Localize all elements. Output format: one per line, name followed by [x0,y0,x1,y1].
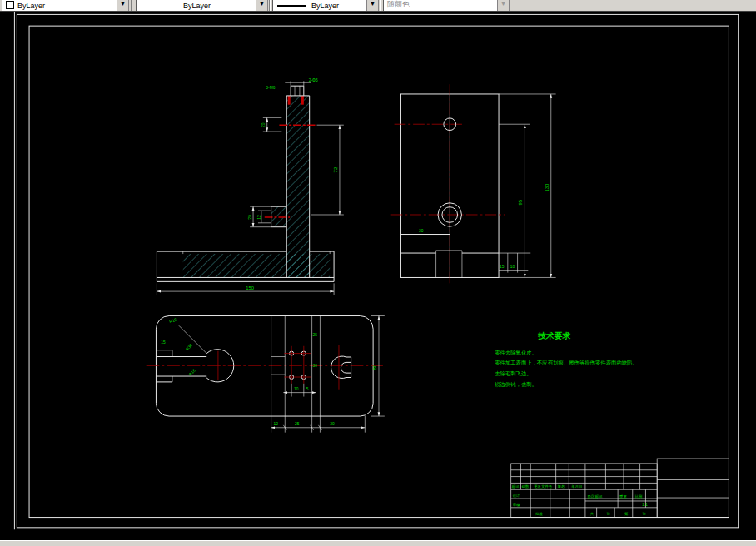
side-view: 30 15 10 95 130 [391,84,556,283]
model-space-canvas[interactable]: 3-M6 2-Φ5 20 72 20 12 150 [0,11,756,541]
title-block-label: 更改文件号 [534,484,553,489]
properties-toolbar: ByLayer ▼ ByLayer ▼ ByLayer ▼ 随颜色 ▼ [0,0,756,12]
dim-side-inner-height: 95 [518,199,523,205]
dim-plan-radius: R15 [169,317,177,324]
title-block-sheet-label: 张 [606,512,610,516]
dim-side-foot-a: 15 [500,265,505,269]
toolbar-separator [380,0,381,11]
dim-plan-holes-d: 5 [306,387,309,391]
dim-front-col-height: 72 [333,167,338,173]
dim-plan-bore: Φ30 [185,343,193,351]
dim-front-flange-inner: 12 [257,215,261,220]
lineweight-sample-icon [277,5,306,7]
plan-view: R15 15 Φ30 Φ16 25 30 [147,316,385,433]
title-block-label: 标记 [512,484,520,489]
dim-front-base-width: 150 [246,285,255,290]
lineweight-control-combo[interactable]: ByLayer ▼ [272,0,379,12]
color-control-combo[interactable]: ByLayer ▼ [2,0,129,12]
command-area-edge [0,540,756,546]
title-block-check-label: 审核 [513,503,520,507]
toolbar-separator [269,0,271,11]
title-block: 标记 处数 更改文件号 签名 年月日 设计 审核 批准 阶段标记 重量 比例 2… [511,459,729,518]
dim-side-step-width: 30 [419,229,424,233]
color-swatch-icon [6,1,14,9]
dim-front-callout-right: 2-Φ5 [309,78,318,82]
title-block-label: 处数 [521,484,529,489]
paper-border [14,12,738,529]
tech-requirement-line: 零件去除氧化皮。 [495,350,537,356]
tech-requirement-line: 零件加工表面上，不应有划痕、擦伤等损伤零件表面的缺陷。 [495,360,638,366]
title-block-weight-label: 重量 [619,494,627,499]
dim-plan-holes-dx: 10 [294,387,299,391]
dim-side-outer-height: 130 [545,183,550,192]
title-block-sheet-label: 第 [624,512,629,516]
title-block-design-label: 设计 [513,494,520,498]
front-section-view: 3-M6 2-Φ5 20 72 20 12 150 [157,78,343,295]
dim-plan-bottom-b: 25 [295,422,300,426]
dim-plan-band-mid: 30 [313,364,318,368]
dim-plan-band-top: 25 [313,333,318,337]
dim-front-callout-left: 3-M6 [266,86,275,90]
dim-plan-counterbore: Φ16 [188,368,196,376]
title-block-scale-value: 2:1 [643,503,649,507]
linetype-control-combo[interactable]: ByLayer ▼ [136,0,268,12]
title-block-approve-label: 批准 [535,512,543,516]
dim-plan-height: 80 [372,364,377,370]
cad-application-window: ByLayer ▼ ByLayer ▼ ByLayer ▼ 随颜色 ▼ [0,0,756,546]
dim-front-hole-offset: 20 [261,122,266,127]
plotstyle-control-value: 随颜色 [384,0,411,12]
chevron-down-icon[interactable]: ▼ [366,0,378,12]
toolbar-separator [131,0,132,11]
dim-front-flange-outer: 20 [248,215,252,220]
title-block-label: 年月日 [571,484,582,489]
tech-requirement-line: 锐边倒钝，去刺。 [494,381,537,388]
title-block-sheet-label: 共 [590,512,594,516]
dim-plan-slot-width: 15 [161,340,166,345]
chevron-down-icon[interactable]: ▼ [117,0,128,12]
title-block-sheet-label: 张 [643,512,647,516]
title-block-label: 签名 [558,484,565,489]
dim-plan-bottom-c: 30 [330,422,335,426]
chevron-down-icon: ▼ [497,0,509,12]
tech-requirement-line: 去除毛刺飞边。 [495,370,532,377]
chevron-down-icon[interactable]: ▼ [256,0,267,12]
plotstyle-control-combo[interactable]: 随颜色 ▼ [383,0,510,12]
dim-side-foot-b: 10 [510,265,515,269]
technical-requirements: 技术要求 零件去除氧化皮。 零件加工表面上，不应有划痕、擦伤等损伤零件表面的缺陷… [494,331,638,388]
dim-plan-bottom-a: 12 [274,422,279,426]
tech-requirements-title: 技术要求 [537,331,570,340]
